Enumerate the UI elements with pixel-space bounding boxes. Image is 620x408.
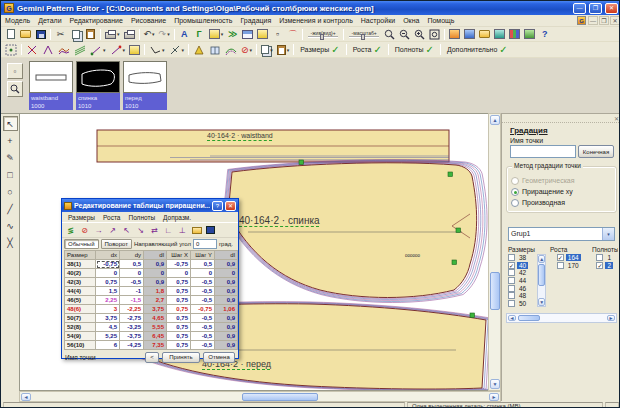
grade-swap-button[interactable]: ⇄ <box>148 224 161 237</box>
size-item-50[interactable]: 50 <box>508 300 537 308</box>
dialog-close-button[interactable]: ✕ <box>225 201 236 211</box>
print-button[interactable]: ▾ <box>103 28 122 41</box>
copy-button[interactable] <box>68 28 83 41</box>
col-dx[interactable]: dx <box>96 251 120 260</box>
col-step-dl[interactable]: dl <box>215 251 238 260</box>
paste-button[interactable] <box>83 28 98 41</box>
scroll-down-arrow[interactable]: ▼ <box>538 298 545 306</box>
dropdown-arrow-icon[interactable]: ▾ <box>103 47 106 53</box>
paint-button[interactable] <box>492 28 507 41</box>
fullness-check-group[interactable]: Полноты ✓ <box>391 45 438 55</box>
dropdown-arrow-icon[interactable]: ▾ <box>123 47 126 53</box>
thumbnail-back[interactable]: спинка 1010 <box>76 61 120 110</box>
sizes-scroll-thumb[interactable] <box>538 264 545 286</box>
sheet-view-button[interactable] <box>255 28 270 41</box>
scroll-right-arrow[interactable]: ► <box>607 315 615 321</box>
seam-tool-button[interactable] <box>223 43 239 56</box>
col-step-x[interactable]: Шаг X <box>167 251 191 260</box>
dropdown-arrow-icon[interactable]: ▾ <box>167 31 170 37</box>
pencil-tool-button[interactable]: ✎ <box>3 150 18 165</box>
copy-point-name-button[interactable]: < <box>145 352 159 363</box>
checkbox-icon[interactable]: ✓ <box>596 262 603 269</box>
line-tool-button[interactable]: ▾ <box>88 43 108 56</box>
select-mode-button[interactable]: ▫ <box>270 28 285 41</box>
dropdown-arrow-icon[interactable]: ▾ <box>270 47 273 53</box>
col-dl[interactable]: dl <box>144 251 167 260</box>
grade-perp-button[interactable]: ⊥ <box>176 224 189 237</box>
menu-edit[interactable]: Редактирование <box>66 17 127 24</box>
size-item-40[interactable]: ✓40 <box>508 262 537 270</box>
panel-horizontal-scrollbar[interactable]: ◄ ► <box>506 313 617 323</box>
grading-paste-button[interactable]: ▾ <box>275 43 292 56</box>
fullness-item-2[interactable]: ✓2 <box>596 262 620 270</box>
help-button[interactable]: ? <box>537 28 552 41</box>
forbid-tool-button[interactable]: ⊘▾ <box>239 43 254 56</box>
panel-grip[interactable]: ✕ <box>502 114 620 123</box>
pointer-tool-button[interactable]: ↖ <box>3 116 18 131</box>
corner-tool-button[interactable]: Г <box>192 28 207 41</box>
circle-tool-button[interactable]: ○ <box>3 184 18 199</box>
grading-point-marker[interactable] <box>456 228 461 233</box>
dialog-menu-fullness[interactable]: Полноты <box>124 214 159 221</box>
fullness-item-1[interactable]: 1 <box>596 254 620 262</box>
heights-check-group[interactable]: Роста ✓ <box>349 45 386 55</box>
dropdown-arrow-icon[interactable]: ▾ <box>287 47 290 53</box>
dialog-menu-extra[interactable]: Допразм. <box>159 214 195 221</box>
grading-point-marker[interactable] <box>448 172 453 177</box>
maximize-button[interactable]: ❐ <box>589 3 602 14</box>
group-combobox[interactable]: Grup1 ▾ <box>508 227 615 241</box>
thumbnail-select-button[interactable]: ▫ <box>7 63 23 79</box>
grade-right-button[interactable]: → <box>92 224 105 237</box>
dropdown-arrow-icon[interactable]: ▾ <box>162 47 165 53</box>
open-file-button[interactable] <box>18 28 33 41</box>
thumbnail-zoom-button[interactable] <box>7 81 23 97</box>
dart-tool-button[interactable] <box>191 43 207 56</box>
thumbnail-front[interactable]: перед 1010 <box>123 61 167 110</box>
size-item-44[interactable]: 44 <box>508 277 537 285</box>
preview-3d-button[interactable] <box>507 28 522 41</box>
checkbox-icon[interactable]: ✓ <box>557 254 564 261</box>
export-button[interactable] <box>477 28 492 41</box>
scroll-left-arrow[interactable]: ◄ <box>508 315 516 321</box>
sizes-list-scrollbar[interactable]: ▲ ▼ <box>537 254 546 307</box>
grade-down-right-button[interactable]: ↘ <box>134 224 147 237</box>
menu-measure[interactable]: Изменения и контроль <box>275 17 357 24</box>
menu-windows[interactable]: Окна <box>399 17 423 24</box>
zoom-window-button[interactable] <box>382 28 397 41</box>
minimize-button[interactable]: — <box>573 3 586 14</box>
parallel-tool-button[interactable] <box>72 43 88 56</box>
zoom-out-button[interactable] <box>397 28 412 41</box>
ruler-tool-button[interactable] <box>127 43 142 56</box>
spline-tool-button[interactable]: ∿ <box>3 218 18 233</box>
wave-tool-button[interactable] <box>56 43 72 56</box>
panel-close-icon[interactable]: ✕ <box>614 115 619 122</box>
mode-rotate-button[interactable]: Поворот <box>101 239 132 249</box>
curve-tool-button[interactable]: ⌒ <box>285 28 300 41</box>
mdi-close-button[interactable]: ✕ <box>610 16 620 25</box>
perpendicular-tool-button[interactable]: ▾ <box>167 43 187 56</box>
checkbox-icon[interactable] <box>557 262 564 269</box>
sizes-check-group[interactable]: Размеры ✓ <box>296 45 343 55</box>
size-item-46[interactable]: 46 <box>508 284 537 292</box>
segment-tool-button[interactable]: ╱ <box>3 201 18 216</box>
undo-button[interactable]: ↶▾ <box>142 28 157 41</box>
checkbox-icon[interactable]: ✓ <box>508 262 515 269</box>
save-button[interactable] <box>33 28 48 41</box>
grade-clear-button[interactable]: ⊘ <box>78 224 91 237</box>
dropdown-arrow-icon[interactable]: ▾ <box>250 47 253 53</box>
image-panel-button[interactable] <box>522 28 537 41</box>
mdi-minimize-button[interactable]: — <box>588 16 598 25</box>
text-tool-button[interactable]: A <box>177 28 192 41</box>
checkbox-icon[interactable] <box>508 300 515 307</box>
fill-tool-button[interactable]: ▾ <box>207 28 226 41</box>
point-tool-button[interactable] <box>3 43 19 56</box>
height-item-164[interactable]: ✓164 <box>557 254 597 262</box>
apply-button[interactable]: Принять <box>162 352 200 363</box>
menu-model[interactable]: Модель <box>1 17 34 24</box>
scroll-down-arrow[interactable]: ▼ <box>490 379 500 389</box>
point-type-button[interactable]: Конечная <box>578 145 614 158</box>
menu-draw[interactable]: Рисование <box>127 17 170 24</box>
new-file-button[interactable] <box>3 28 18 41</box>
size-item-38[interactable]: 38 <box>508 254 537 262</box>
redo-button[interactable]: ↷▾ <box>157 28 172 41</box>
